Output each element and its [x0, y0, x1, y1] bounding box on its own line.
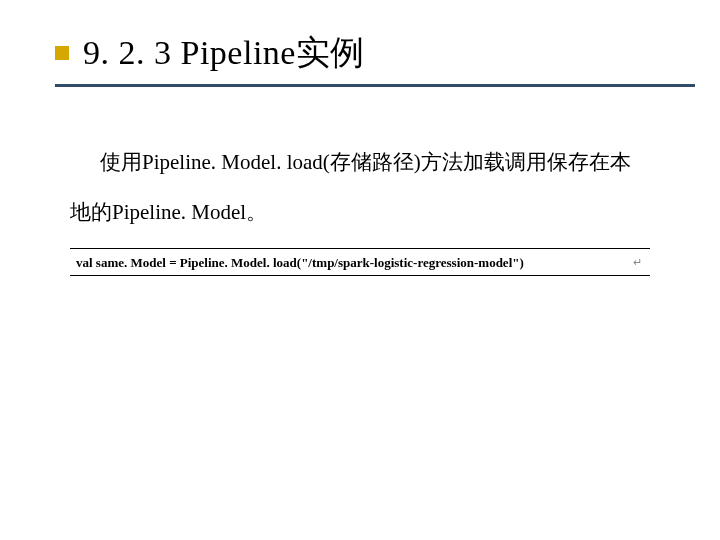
bullet-square-icon: [55, 46, 69, 60]
body-paragraph-1: 使用Pipeline. Model. load(存储路径)方法加载调用保存在本: [100, 137, 680, 187]
return-icon: ↵: [633, 255, 642, 268]
title-row: 9. 2. 3 Pipeline实例: [40, 30, 680, 76]
code-box: val same. Model = Pipeline. Model. load(…: [70, 248, 650, 276]
title-underline: [55, 84, 695, 87]
slide-container: 9. 2. 3 Pipeline实例 使用Pipeline. Model. lo…: [0, 0, 720, 540]
body-paragraph-2: 地的Pipeline. Model。: [70, 187, 680, 237]
code-line: val same. Model = Pipeline. Model. load(…: [76, 255, 524, 270]
slide-title: 9. 2. 3 Pipeline实例: [83, 30, 365, 76]
